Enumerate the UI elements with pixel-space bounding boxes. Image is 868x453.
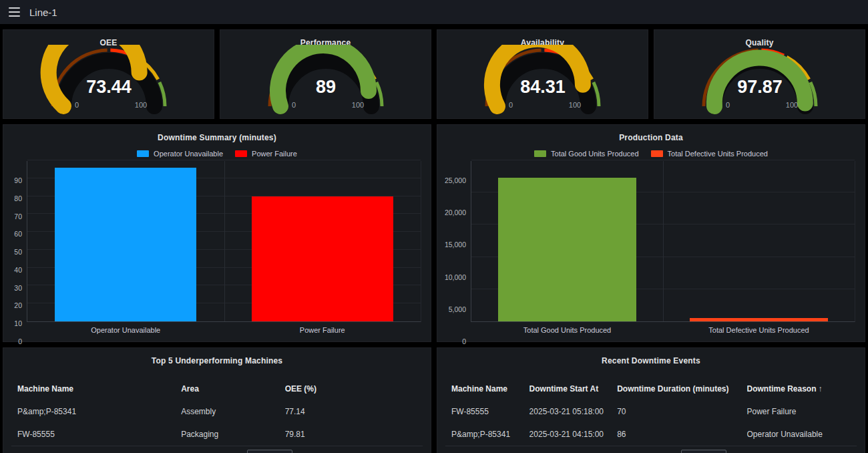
gauge-min-label: 0 bbox=[508, 101, 512, 109]
table-cell: P&amp;P-85341 bbox=[451, 430, 529, 439]
table-pagination-button[interactable] bbox=[247, 450, 292, 453]
gauge-max-label: 100 bbox=[568, 101, 580, 109]
category-divider-gridline bbox=[663, 161, 664, 321]
gauge-value: 89 bbox=[315, 77, 335, 97]
table-cell: 70 bbox=[617, 407, 746, 416]
dashboard-grid: OEE 73.440100 Performance 890100 Availab… bbox=[3, 29, 865, 453]
y-axis-tick-label: 10,000 bbox=[440, 273, 466, 281]
y-axis-tick-label: 15,000 bbox=[440, 241, 466, 249]
legend-label: Total Defective Units Produced bbox=[668, 150, 768, 158]
legend-item[interactable]: Operator Unavailable bbox=[137, 150, 223, 158]
bar[interactable] bbox=[498, 178, 636, 322]
column-header[interactable]: Downtime Duration (minutes) bbox=[617, 384, 746, 394]
panel-availability: Availability 84.310100 bbox=[437, 29, 648, 119]
panel-title[interactable]: Recent Downtime Events bbox=[437, 348, 865, 365]
table-cell: 86 bbox=[617, 430, 746, 439]
data-table: Machine NameAreaOEE (%)P&amp;P-85341Asse… bbox=[17, 378, 417, 446]
gauge-value: 97.87 bbox=[737, 77, 783, 97]
gauge-row: OEE 73.440100 Performance 890100 Availab… bbox=[3, 29, 865, 119]
bar[interactable] bbox=[55, 168, 196, 321]
legend-label: Operator Unavailable bbox=[154, 150, 223, 158]
dashboard-title: Line-1 bbox=[29, 7, 57, 18]
y-axis-tick-label: 20 bbox=[6, 301, 22, 309]
plot-area: Operator UnavailablePower Failure bbox=[27, 161, 421, 322]
panel-title[interactable]: Top 5 Underperforming Machines bbox=[3, 348, 431, 365]
category-divider-gridline bbox=[224, 161, 225, 321]
gauge-max-label: 100 bbox=[351, 101, 363, 109]
table-row-panels: Top 5 Underperforming Machines Machine N… bbox=[3, 347, 865, 453]
table-cell: 79.81 bbox=[285, 430, 417, 439]
legend-label: Power Failure bbox=[252, 150, 297, 158]
table-divider bbox=[11, 446, 423, 446]
x-axis-category-label: Total Defective Units Produced bbox=[663, 326, 855, 334]
gauge-svg: 73.440100 bbox=[29, 45, 189, 120]
gauge-max-label: 100 bbox=[785, 101, 797, 109]
bar[interactable] bbox=[252, 196, 393, 321]
panel-title[interactable]: Downtime Summary (minutes) bbox=[3, 125, 431, 142]
gauge-min-label: 0 bbox=[291, 101, 295, 109]
table-row: P&amp;P-85341Assembly77.14 bbox=[17, 400, 417, 423]
table-cell: Power Failure bbox=[747, 407, 851, 416]
y-axis-tick-label: 80 bbox=[6, 194, 22, 202]
gauge-svg: 890100 bbox=[246, 45, 406, 120]
column-header[interactable]: Downtime Start At bbox=[529, 384, 618, 394]
legend-swatch-icon bbox=[651, 150, 663, 157]
y-axis-tick-label: 70 bbox=[6, 212, 22, 220]
chart-row: Downtime Summary (minutes) Operator Unav… bbox=[3, 124, 865, 342]
plot-area: Total Good Units ProducedTotal Defective… bbox=[471, 161, 855, 322]
column-header[interactable]: OEE (%) bbox=[285, 384, 417, 394]
menu-icon[interactable] bbox=[9, 7, 21, 17]
panel-oee: OEE 73.440100 bbox=[3, 29, 214, 119]
table-row: FW-855552025-03-21 05:18:0070Power Failu… bbox=[451, 400, 851, 423]
column-header[interactable]: Downtime Reason↑ bbox=[747, 384, 851, 394]
table-cell: Assembly bbox=[181, 407, 284, 416]
table-header-row: Machine NameAreaOEE (%) bbox=[17, 378, 417, 400]
table-cell: 77.14 bbox=[285, 407, 417, 416]
table-divider bbox=[445, 446, 857, 446]
legend-item[interactable]: Power Failure bbox=[235, 150, 297, 158]
y-axis-tick-label: 0 bbox=[440, 337, 466, 345]
legend-swatch-icon bbox=[235, 150, 247, 157]
gauge-min-label: 0 bbox=[74, 101, 78, 109]
y-axis-tick-label: 60 bbox=[6, 230, 22, 238]
bar-chart: 0102030405060708090Operator UnavailableP… bbox=[6, 161, 421, 341]
bar[interactable] bbox=[690, 318, 828, 321]
chart-legend: Total Good Units ProducedTotal Defective… bbox=[437, 150, 865, 158]
gauge-max-label: 100 bbox=[134, 101, 146, 109]
table-row: FW-85555Packaging79.81 bbox=[17, 423, 417, 446]
data-table: Machine NameDowntime Start AtDowntime Du… bbox=[451, 378, 851, 446]
panel-quality: Quality 97.870100 bbox=[654, 29, 865, 119]
table-cell: FW-85555 bbox=[451, 407, 529, 416]
gauge-value: 84.31 bbox=[520, 77, 566, 97]
panel-title[interactable]: Production Data bbox=[437, 125, 865, 142]
y-axis-tick-label: 90 bbox=[6, 176, 22, 184]
legend-item[interactable]: Total Defective Units Produced bbox=[651, 150, 768, 158]
y-axis-tick-label: 25,000 bbox=[440, 176, 466, 184]
gauge: 73.440100 bbox=[3, 45, 214, 120]
x-axis-category-label: Power Failure bbox=[224, 326, 421, 334]
gauge-min-label: 0 bbox=[725, 101, 729, 109]
table-header-row: Machine NameDowntime Start AtDowntime Du… bbox=[451, 378, 851, 400]
chart-legend: Operator UnavailablePower Failure bbox=[3, 150, 431, 158]
table-cell: Operator Unavailable bbox=[747, 430, 851, 439]
top-bar: Line-1 bbox=[0, 0, 868, 24]
table-cell: FW-85555 bbox=[17, 430, 181, 439]
y-axis-tick-label: 0 bbox=[6, 337, 22, 345]
table-cell: P&amp;P-85341 bbox=[17, 407, 181, 416]
legend-label: Total Good Units Produced bbox=[551, 150, 638, 158]
column-header[interactable]: Machine Name bbox=[17, 384, 181, 394]
legend-swatch-icon bbox=[534, 150, 546, 157]
panel-production-data: Production Data Total Good Units Produce… bbox=[437, 124, 865, 342]
y-axis-tick-label: 30 bbox=[6, 284, 22, 292]
panel-downtime-summary: Downtime Summary (minutes) Operator Unav… bbox=[3, 124, 431, 342]
x-axis-category-label: Total Good Units Produced bbox=[471, 326, 663, 334]
table-pagination-button[interactable] bbox=[681, 450, 726, 453]
gauge: 97.870100 bbox=[654, 45, 865, 120]
y-axis-tick-label: 5,000 bbox=[440, 305, 466, 313]
gauge: 84.310100 bbox=[437, 45, 648, 120]
panel-underperforming-machines: Top 5 Underperforming Machines Machine N… bbox=[3, 347, 431, 453]
legend-item[interactable]: Total Good Units Produced bbox=[534, 150, 638, 158]
column-header[interactable]: Machine Name bbox=[451, 384, 529, 394]
gauge-value: 73.44 bbox=[86, 77, 132, 97]
column-header[interactable]: Area bbox=[181, 384, 284, 394]
